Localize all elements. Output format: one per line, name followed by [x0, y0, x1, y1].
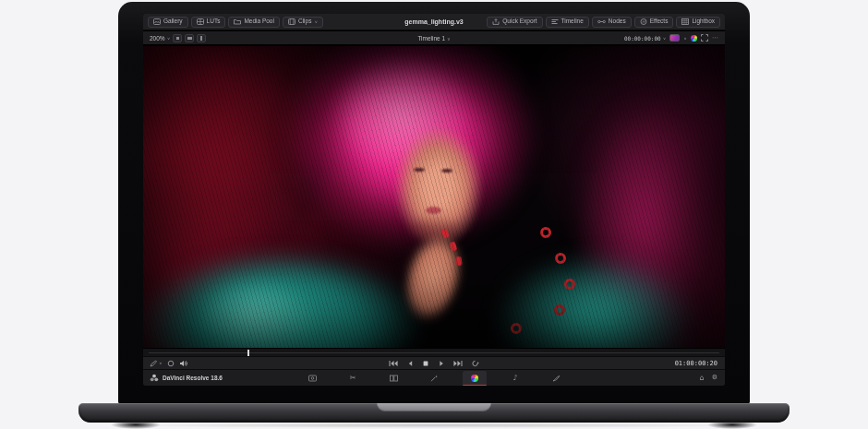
loop-button[interactable] — [471, 360, 479, 367]
toolbar-right-group: Quick Export Timeline Nodes Effects Ligh… — [487, 17, 720, 28]
fairlight-page-icon[interactable]: ♪ — [503, 371, 527, 386]
viewer-right-group: 00:00:00:00 ∨ ∨ ⋯ — [624, 34, 718, 42]
lightbox-icon — [681, 18, 689, 25]
app-identity: DaVinci Resolve 18.6 — [150, 374, 223, 382]
davinci-resolve-logo — [150, 374, 159, 382]
deliver-page-icon[interactable] — [544, 371, 568, 386]
apple-laptop-marketing-scene: gemma_lighting.v3 Gallery LUTs Media Poo… — [0, 0, 868, 429]
photo-vignette — [143, 46, 725, 348]
effects-icon — [640, 18, 647, 25]
laptop-shadow — [111, 423, 757, 428]
lightbox-button[interactable]: Lightbox — [676, 17, 720, 28]
clips-button[interactable]: Clips ∨ — [283, 17, 323, 28]
edit-page-icon[interactable] — [381, 371, 405, 386]
scrubber-track — [149, 352, 719, 353]
viewer-zoom-select[interactable]: 200% ∨ — [150, 35, 170, 42]
annotation-tool-button[interactable]: ∨ — [150, 360, 163, 367]
source-timecode[interactable]: 00:00:00:00 ∨ — [624, 35, 666, 42]
go-to-end-button[interactable] — [453, 360, 463, 367]
laptop-foot — [707, 421, 757, 429]
stop-button[interactable] — [422, 360, 429, 367]
wipe-icon — [200, 36, 202, 41]
nodes-button[interactable]: Nodes — [592, 17, 632, 28]
clips-icon — [288, 18, 295, 25]
gallery-icon — [153, 18, 161, 25]
app-version-label: DaVinci Resolve 18.6 — [163, 375, 223, 381]
viewer-toggle-single[interactable] — [173, 34, 182, 42]
status-right-group: ⌂ ⚙ — [700, 375, 717, 382]
gear-icon[interactable]: ⚙ — [712, 375, 717, 381]
audio-mute-button[interactable] — [179, 360, 188, 367]
color-wheel-glyph — [471, 375, 478, 382]
color-wheel-icon[interactable] — [691, 35, 697, 42]
transport-left-tools: ∨ — [150, 360, 188, 367]
page-switcher: ✂ ♪ — [143, 370, 725, 386]
still-thumbnail-icon[interactable] — [669, 34, 680, 42]
playhead[interactable] — [247, 350, 249, 356]
color-page-icon[interactable] — [463, 371, 487, 386]
chevron-down-icon: ∨ — [159, 362, 163, 365]
viewer-toggle-split[interactable] — [185, 34, 194, 42]
go-to-start-button[interactable] — [389, 360, 398, 367]
luts-button[interactable]: LUTs — [191, 17, 226, 28]
status-bar: ✂ ♪ DaVinci Resolve 18.6 ⌂ ⚙ — [143, 369, 725, 386]
expand-viewer-button[interactable] — [701, 34, 708, 42]
laptop-foot — [111, 421, 161, 429]
bypass-grades-button[interactable] — [167, 360, 175, 367]
nodes-icon — [597, 18, 606, 25]
home-icon[interactable]: ⌂ — [700, 375, 705, 382]
chevron-down-icon: ∨ — [683, 36, 687, 40]
top-toolbar: gemma_lighting.v3 Gallery LUTs Media Poo… — [143, 14, 725, 30]
transport-controls — [143, 360, 725, 367]
step-back-button[interactable] — [406, 360, 414, 367]
transport-bar: ∨ 01:00:00:20 — [143, 356, 725, 369]
timeline-scrubber[interactable] — [143, 348, 725, 356]
viewer-image[interactable] — [143, 46, 725, 348]
chevron-down-icon: ∨ — [663, 36, 667, 40]
quick-export-icon — [492, 18, 500, 25]
fusion-page-icon[interactable] — [422, 371, 446, 386]
media-pool-icon — [234, 18, 241, 25]
quick-export-button[interactable]: Quick Export — [487, 17, 542, 28]
gallery-button[interactable]: Gallery — [148, 17, 188, 28]
chevron-down-icon: ∨ — [314, 20, 318, 24]
toolbar-left-group: Gallery LUTs Media Pool Clips ∨ — [148, 17, 323, 28]
luts-icon — [197, 18, 204, 25]
record-timecode: 01:00:00:20 — [675, 360, 717, 367]
split-view-icon — [187, 37, 192, 40]
single-clip-icon — [176, 37, 179, 40]
davinci-resolve-window: gemma_lighting.v3 Gallery LUTs Media Poo… — [143, 14, 725, 386]
viewer-header-bar: Timeline 1 ∨ 200% ∨ 00:00:00:00 ∨ ∨ — [143, 31, 725, 45]
laptop-base — [78, 403, 790, 423]
timeline-icon — [551, 18, 559, 25]
timeline-button[interactable]: Timeline — [546, 17, 589, 28]
laptop-lid-notch — [377, 403, 491, 411]
play-button[interactable] — [438, 360, 445, 367]
media-page-icon[interactable] — [300, 371, 324, 386]
viewer-toggle-wipe[interactable] — [197, 34, 206, 42]
options-menu-button[interactable]: ⋯ — [712, 35, 718, 42]
chevron-down-icon: ∨ — [447, 36, 451, 42]
cut-page-icon[interactable]: ✂ — [341, 371, 365, 386]
media-pool-button[interactable]: Media Pool — [228, 17, 280, 28]
viewer-zoom-group: 200% ∨ — [150, 34, 206, 42]
chevron-down-icon: ∨ — [167, 36, 171, 40]
effects-button[interactable]: Effects — [634, 17, 674, 28]
